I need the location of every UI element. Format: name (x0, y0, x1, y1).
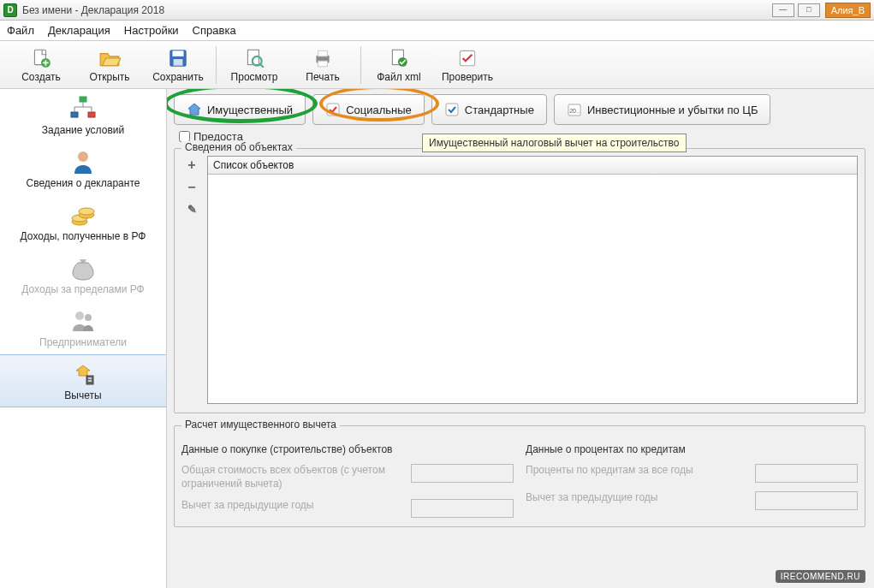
save-button[interactable]: Сохранить (144, 43, 212, 87)
file-xml-label: Файл xml (377, 71, 421, 83)
maximize-button[interactable]: □ (798, 3, 820, 17)
sidebar-item-conditions[interactable]: Задание условий (0, 89, 166, 142)
open-button[interactable]: Открыть (75, 43, 144, 87)
open-label: Открыть (89, 71, 129, 83)
sidebar: Задание условий Сведения о декларанте До… (0, 89, 167, 588)
sidebar-item-income-rf[interactable]: Доходы, полученные в РФ (0, 195, 166, 248)
toolbar-separator (216, 46, 217, 84)
menu-help[interactable]: Справка (193, 24, 236, 37)
objects-list-body (208, 175, 857, 403)
svg-rect-27 (446, 104, 458, 116)
sidebar-label: Сведения о декларанте (27, 177, 140, 189)
svg-rect-3 (173, 50, 184, 56)
save-label: Сохранить (152, 71, 204, 83)
sidebar-label: Доходы, полученные в РФ (21, 230, 146, 242)
add-object-button[interactable]: + (184, 157, 199, 173)
objects-group: Сведения об объектах + − ✎ Список объект… (174, 148, 865, 413)
svg-rect-24 (88, 377, 92, 379)
sidebar-item-entrepreneurs: Предприниматели (0, 301, 166, 354)
svg-point-20 (79, 208, 94, 215)
menu-settings[interactable]: Настройки (124, 24, 179, 37)
svg-rect-9 (318, 61, 328, 67)
main-pane: Имущественный Социальные Стандартные 20.… (167, 89, 874, 588)
xml-file-icon (388, 47, 410, 69)
svg-rect-14 (71, 112, 78, 117)
svg-rect-13 (80, 97, 86, 102)
objects-group-legend: Сведения об объектах (181, 141, 296, 153)
preview-label: Просмотр (231, 71, 278, 83)
print-icon (312, 47, 334, 69)
preview-button[interactable]: Просмотр (220, 43, 288, 87)
svg-rect-4 (174, 59, 183, 66)
coins-icon (69, 201, 97, 229)
menu-declaration[interactable]: Декларация (48, 24, 110, 37)
svg-rect-26 (327, 104, 339, 116)
svg-point-16 (78, 151, 88, 162)
svg-point-21 (75, 312, 84, 320)
tab-row: Имущественный Социальные Стандартные 20.… (174, 94, 865, 125)
sidebar-item-deductions[interactable]: Вычеты (0, 354, 166, 407)
tab-label: Социальные (346, 104, 412, 116)
prev-deduction-label-r: Вычет за предыдущие годы (526, 491, 746, 505)
sidebar-label: Доходы за пределами РФ (21, 283, 144, 295)
tooltip: Имущественный налоговый вычет на строите… (422, 134, 687, 152)
svg-rect-15 (88, 112, 95, 117)
objects-list-header: Список объектов (208, 157, 857, 175)
tab-label: Стандартные (465, 104, 534, 116)
calc-left-legend: Данные о покупке (строительстве) объекто… (181, 443, 514, 455)
sidebar-label: Задание условий (42, 124, 124, 136)
total-cost-label: Общая стоимость всех объектов (с учетом … (181, 464, 402, 490)
create-button[interactable]: Создать (7, 43, 75, 87)
create-label: Создать (21, 71, 61, 83)
checkbox-blue-icon (444, 102, 460, 117)
minimize-button[interactable]: — (772, 3, 794, 17)
checkbox-red-icon (325, 102, 341, 117)
file-xml-button[interactable]: Файл xml (365, 43, 433, 87)
watermark: IRECOMMEND.RU (776, 570, 865, 583)
remove-object-button[interactable]: − (184, 180, 199, 195)
tab-investment[interactable]: 20.. Инвестиционные и убытки по ЦБ (554, 94, 771, 125)
interest-label: Проценты по кредитам за все годы (526, 464, 746, 478)
check-icon (456, 47, 479, 69)
new-file-icon (30, 47, 52, 69)
deductions-icon (69, 360, 97, 388)
tab-social[interactable]: Социальные (312, 94, 425, 125)
total-cost-field (411, 464, 514, 483)
svg-rect-25 (88, 380, 92, 382)
sidebar-label: Предприниматели (39, 336, 127, 348)
save-icon (167, 47, 189, 69)
prev-deduction-label: Вычет за предыдущие годы (181, 499, 402, 513)
titlebar: D Без имени - Декларация 2018 — □ Алия_В (0, 0, 874, 21)
check-button[interactable]: Проверить (433, 43, 502, 87)
prev-deduction-field (411, 499, 514, 518)
tab-standard[interactable]: Стандартные (431, 94, 547, 125)
menubar: Файл Декларация Настройки Справка (0, 21, 874, 41)
edit-object-button[interactable]: ✎ (184, 202, 199, 217)
user-badge: Алия_В (825, 3, 871, 18)
tab-property[interactable]: Имущественный (174, 94, 306, 125)
objects-list[interactable]: Список объектов (207, 156, 858, 404)
open-folder-icon (98, 47, 121, 69)
menu-file[interactable]: Файл (7, 24, 34, 37)
prev-deduction-field-r (755, 491, 858, 510)
interest-field (755, 464, 858, 483)
toolbar: Создать Открыть Сохранить Просмотр Печат… (0, 41, 874, 89)
calc-group: Расчет имущественного вычета Данные о по… (174, 425, 865, 527)
sidebar-item-declarant[interactable]: Сведения о декларанте (0, 142, 166, 195)
declarant-icon (69, 148, 97, 175)
sidebar-item-income-abroad: Доходы за пределами РФ (0, 248, 166, 301)
print-button[interactable]: Печать (288, 43, 357, 87)
tab-label: Инвестиционные и убытки по ЦБ (587, 104, 758, 116)
preview-icon (243, 47, 265, 69)
print-label: Печать (306, 71, 339, 83)
window-title: Без имени - Декларация 2018 (22, 4, 164, 16)
svg-text:20..: 20.. (569, 108, 580, 114)
toolbar-separator-2 (360, 46, 361, 84)
svg-rect-8 (318, 50, 328, 56)
entrepreneurs-icon (69, 307, 97, 335)
sidebar-label: Вычеты (64, 389, 101, 401)
check-label: Проверить (442, 71, 493, 83)
tab-label: Имущественный (207, 104, 293, 116)
conditions-icon (69, 95, 97, 122)
house-icon (187, 102, 202, 117)
